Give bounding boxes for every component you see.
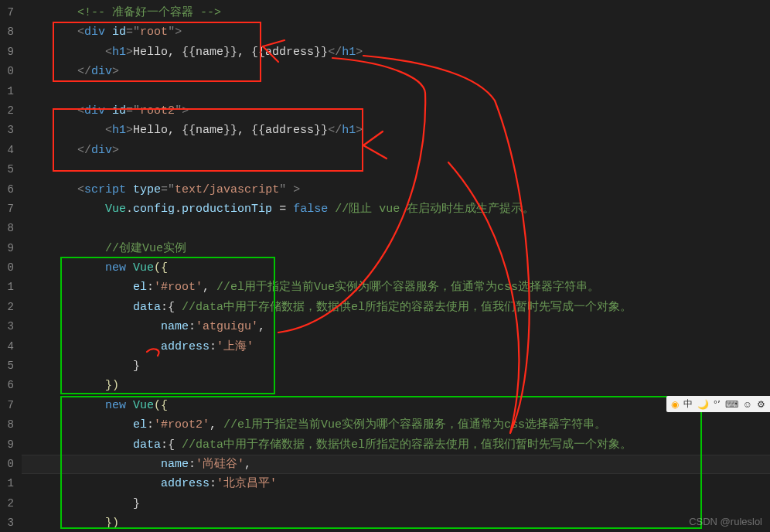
line-number: 2: [0, 298, 14, 317]
code-area[interactable]: <!-- 准备好一个容器 --> <div id="root"> <h1>Hel…: [22, 0, 770, 532]
code-line[interactable]: new Vue({: [22, 396, 770, 415]
code-line[interactable]: Vue.config.productionTip = false //阻止 vu…: [22, 200, 770, 219]
code-line[interactable]: <div id="root">: [22, 22, 770, 42]
code-line[interactable]: el:'#root', //el用于指定当前Vue实例为哪个容器服务，值通常为c…: [22, 278, 770, 297]
watermark: CSDN @ruleslol: [689, 516, 762, 527]
line-number: 9: [0, 43, 14, 62]
tray-emoji-icon[interactable]: ☺: [743, 399, 752, 410]
line-number: 8: [0, 219, 14, 238]
line-number: 8: [0, 22, 14, 42]
line-number: 5: [0, 160, 14, 179]
code-line[interactable]: new Vue({: [22, 258, 770, 278]
tray-circle-icon[interactable]: ◉: [671, 399, 679, 410]
line-number: 6: [0, 376, 14, 395]
code-line[interactable]: data:{ //data中用于存储数据，数据供el所指定的容器去使用，值我们暂…: [22, 435, 770, 455]
line-number: 7: [0, 3, 14, 22]
tray-keyboard-icon[interactable]: ⌨: [725, 399, 738, 410]
tray-ime-mode[interactable]: 中: [683, 397, 693, 411]
line-number: 7: [0, 200, 14, 219]
line-number: 0: [0, 258, 14, 278]
line-number: 4: [0, 337, 14, 356]
code-line[interactable]: <script type="text/javascript" >: [22, 180, 770, 200]
line-number: 0: [0, 455, 14, 474]
line-number: 4: [0, 141, 14, 160]
code-line[interactable]: }: [22, 356, 770, 376]
code-line[interactable]: el:'#root2', //el用于指定当前Vue实例为哪个容器服务，值通常为…: [22, 415, 770, 435]
code-line[interactable]: [22, 160, 770, 179]
code-line[interactable]: <!-- 准备好一个容器 -->: [22, 3, 770, 22]
tray-moon-icon[interactable]: 🌙: [697, 399, 709, 410]
code-line[interactable]: name:'atguigu',: [22, 317, 770, 336]
tray-settings-icon[interactable]: ⚙: [757, 399, 765, 410]
code-line[interactable]: </div>: [22, 62, 770, 81]
code-line[interactable]: [22, 82, 770, 101]
line-number: 1: [0, 278, 14, 297]
line-number: 3: [0, 513, 14, 532]
current-line-highlight: [22, 455, 770, 474]
code-editor[interactable]: 789012345678901234567890123 <!-- 准备好一个容器…: [0, 0, 770, 532]
code-line[interactable]: }): [22, 513, 770, 532]
code-line[interactable]: <h1>Hello, {{name}}, {{address}}</h1>: [22, 43, 770, 62]
line-number: 6: [0, 180, 14, 200]
code-line[interactable]: <h1>Hello, {{name}}, {{address}}</h1>: [22, 121, 770, 140]
code-line[interactable]: <div id="root2">: [22, 101, 770, 121]
code-line[interactable]: [22, 219, 770, 238]
code-line[interactable]: </div>: [22, 141, 770, 160]
code-line[interactable]: }): [22, 376, 770, 395]
line-number: 3: [0, 317, 14, 336]
line-number: 0: [0, 62, 14, 81]
code-line[interactable]: }: [22, 494, 770, 513]
line-number: 2: [0, 494, 14, 513]
line-number: 3: [0, 121, 14, 140]
comment: <!--: [77, 6, 112, 19]
line-number: 1: [0, 474, 14, 493]
ime-tray[interactable]: ◉ 中 🌙 °ʼ ⌨ ☺ ⚙: [666, 396, 770, 412]
line-number: 7: [0, 396, 14, 415]
line-number: 8: [0, 415, 14, 435]
line-number: 2: [0, 101, 14, 121]
line-number: 9: [0, 239, 14, 258]
code-line[interactable]: address:'北京昌平': [22, 474, 770, 493]
line-number: 5: [0, 356, 14, 376]
code-line[interactable]: address:'上海': [22, 337, 770, 356]
line-number: 1: [0, 82, 14, 101]
line-number-gutter: 789012345678901234567890123: [0, 0, 22, 532]
line-number: 9: [0, 435, 14, 455]
code-line[interactable]: data:{ //data中用于存储数据，数据供el所指定的容器去使用，值我们暂…: [22, 298, 770, 317]
tray-punct-icon[interactable]: °ʼ: [714, 399, 721, 410]
code-line[interactable]: //创建Vue实例: [22, 239, 770, 258]
